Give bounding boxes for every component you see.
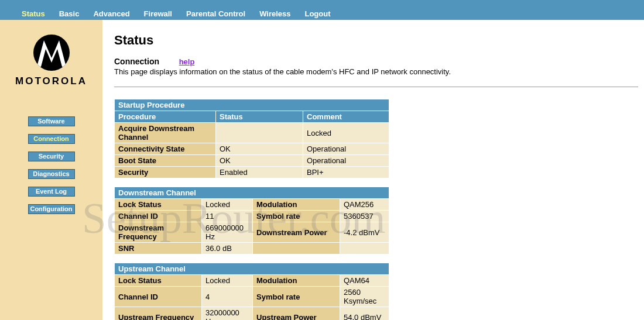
startup-procedure-table: Startup Procedure Procedure Status Comme… — [114, 99, 389, 178]
downstream-caption: Downstream Channel — [115, 187, 389, 198]
downstream-channel-table: Downstream Channel Lock Status Locked Mo… — [114, 187, 389, 254]
upstream-channel-table: Upstream Channel Lock Status Locked Modu… — [114, 263, 389, 320]
sidebar-item-diagnostics[interactable]: Diagnostics — [28, 169, 75, 179]
divider — [114, 87, 638, 87]
table-row: Security Enabled BPI+ — [115, 167, 389, 178]
nav-parental-control[interactable]: Parental Control — [179, 8, 252, 19]
sidebar-item-connection[interactable]: Connection — [28, 134, 75, 144]
table-row: Connectivity State OK Operational — [115, 143, 389, 154]
table-row: Lock Status Locked Modulation QAM256 — [115, 199, 389, 210]
nav-basic[interactable]: Basic — [52, 8, 87, 19]
table-row: Boot State OK Operational — [115, 155, 389, 166]
table-row: Downstream Frequency 669000000 Hz Downst… — [115, 222, 389, 242]
help-link[interactable]: help — [179, 57, 195, 66]
upstream-caption: Upstream Channel — [115, 263, 389, 274]
sidebar-item-security[interactable]: Security — [28, 152, 75, 161]
nav-status[interactable]: Status — [15, 8, 52, 19]
content-area: Status Connection help This page display… — [102, 20, 644, 320]
startup-col-status: Status — [216, 111, 303, 122]
startup-col-comment: Comment — [303, 111, 389, 122]
sidebar: MOTOROLA Software Connection Security Di… — [0, 20, 102, 320]
brand-text: MOTOROLA — [0, 75, 102, 87]
page-description: This page displays information on the st… — [114, 67, 638, 76]
page-title: Status — [114, 33, 638, 48]
nav-firewall[interactable]: Firewall — [137, 8, 179, 19]
sidebar-item-configuration[interactable]: Configuration — [28, 204, 75, 214]
table-row: Channel ID 4 Symbol rate 2560 Ksym/sec — [115, 287, 389, 307]
section-heading: Connection — [114, 57, 159, 66]
sidebar-item-event-log[interactable]: Event Log — [28, 187, 75, 197]
table-row: Lock Status Locked Modulation QAM64 — [115, 275, 389, 286]
startup-caption: Startup Procedure — [115, 99, 389, 111]
top-nav: Status Basic Advanced Firewall Parental … — [0, 8, 644, 20]
nav-logout[interactable]: Logout — [297, 8, 337, 19]
motorola-icon — [33, 35, 70, 71]
table-row: Acquire Downstream Channel Locked — [115, 123, 389, 143]
table-row: Channel ID 11 Symbol rate 5360537 — [115, 211, 389, 222]
nav-advanced[interactable]: Advanced — [86, 8, 136, 19]
table-row: Upstream Frequency 32000000 Hz Upstream … — [115, 307, 389, 320]
nav-wireless[interactable]: Wireless — [252, 8, 297, 19]
startup-col-procedure: Procedure — [115, 111, 215, 122]
brand-logo: MOTOROLA — [0, 35, 102, 87]
sidebar-item-software[interactable]: Software — [28, 116, 75, 126]
table-row: SNR 36.0 dB — [115, 243, 389, 254]
